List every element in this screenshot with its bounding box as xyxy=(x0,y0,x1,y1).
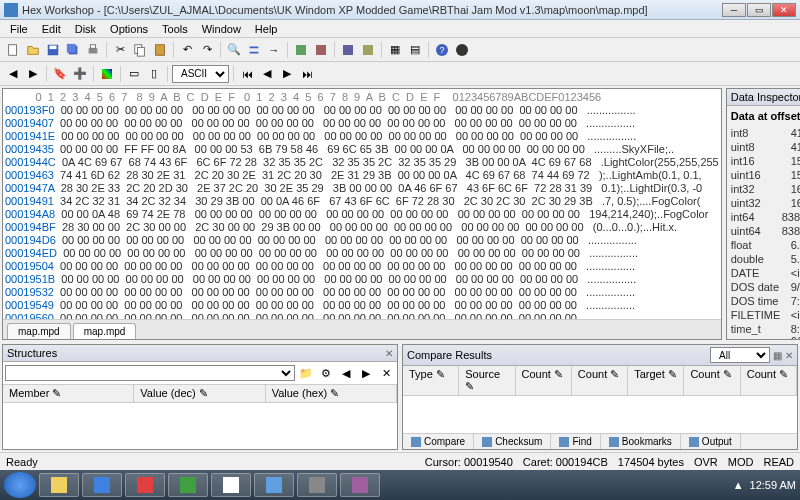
goto-icon[interactable]: → xyxy=(265,41,283,59)
hex-row[interactable]: 000194D6 00 00 00 00 00 00 00 00 00 00 0… xyxy=(5,234,719,247)
hex-row[interactable]: 00019549 00 00 00 00 00 00 00 00 00 00 0… xyxy=(5,299,719,312)
result-tab-bookmarks[interactable]: Bookmarks xyxy=(601,434,681,449)
hex-row[interactable]: 00019435 00 00 00 00 FF FF 00 8A 00 00 0… xyxy=(5,143,719,156)
compare-opt-icon[interactable]: ▦ xyxy=(773,350,782,361)
new-file-icon[interactable] xyxy=(4,41,22,59)
replace-icon[interactable] xyxy=(245,41,263,59)
encoding-dropdown[interactable]: ASCII xyxy=(172,65,229,83)
last-icon[interactable]: ⏭ xyxy=(298,65,316,83)
inspector-row[interactable]: int1615145 xyxy=(731,154,800,168)
inspector-row[interactable]: int32168639273 xyxy=(731,182,800,196)
struct-del-icon[interactable]: ✕ xyxy=(377,364,395,382)
result-tab-compare[interactable]: Compare xyxy=(403,434,474,449)
hex-row[interactable]: 0001951B 00 00 00 00 00 00 00 00 00 00 0… xyxy=(5,273,719,286)
taskbar-item[interactable] xyxy=(168,473,208,497)
hex-row[interactable]: 00019491 34 2C 32 31 34 2C 32 34 30 29 3… xyxy=(5,195,719,208)
compare-close-icon[interactable]: ✕ xyxy=(785,350,793,361)
hex-row[interactable]: 0001947A 28 30 2E 33 2C 20 2D 30 2E 37 2… xyxy=(5,182,719,195)
hex-row[interactable]: 0001944C 0A 4C 69 67 68 74 43 6F 6C 6F 7… xyxy=(5,156,719,169)
inspector-row[interactable]: DOS time7:25:18 AM xyxy=(731,294,800,308)
column-header[interactable]: Count ✎ xyxy=(572,366,628,395)
hex-row[interactable]: 00019504 00 00 00 00 00 00 00 00 00 00 0… xyxy=(5,260,719,273)
column-header[interactable]: Count ✎ xyxy=(516,366,572,395)
taskbar-item[interactable] xyxy=(125,473,165,497)
menu-disk[interactable]: Disk xyxy=(69,21,102,37)
struct-tool-icon[interactable]: ⚙ xyxy=(317,364,335,382)
inspector-row[interactable]: int648388319495960098... xyxy=(731,210,800,224)
system-tray[interactable]: ▲ 12:59 AM xyxy=(733,479,796,491)
taskbar-item[interactable] xyxy=(254,473,294,497)
struct-nav1-icon[interactable]: ◀ xyxy=(337,364,355,382)
nav-icon-2[interactable]: ▶ xyxy=(24,65,42,83)
column-header[interactable]: Count ✎ xyxy=(684,366,740,395)
inspector-row[interactable]: float6.8000298e-033 xyxy=(731,238,800,252)
hex-row[interactable]: 000194ED 00 00 00 00 00 00 00 00 00 00 0… xyxy=(5,247,719,260)
prev-icon[interactable]: ◀ xyxy=(258,65,276,83)
open-file-icon[interactable] xyxy=(24,41,42,59)
tool-icon-3[interactable] xyxy=(339,41,357,59)
inspector-row[interactable]: uint648388319495960098... xyxy=(731,224,800,238)
next-icon[interactable]: ▶ xyxy=(278,65,296,83)
column-header[interactable]: Value (dec) ✎ xyxy=(134,385,265,402)
redo-icon[interactable]: ↷ xyxy=(198,41,216,59)
color-icon[interactable] xyxy=(98,65,116,83)
document-tab[interactable]: map.mpd xyxy=(73,323,137,339)
print-icon[interactable] xyxy=(84,41,102,59)
hex-row[interactable]: 00019463 74 41 6D 62 28 30 2E 31 2C 20 3… xyxy=(5,169,719,182)
hex-row[interactable]: 000194BF 28 30 00 00 2C 30 00 00 2C 30 0… xyxy=(5,221,719,234)
result-tab-output[interactable]: Output xyxy=(681,434,741,449)
struct-nav2-icon[interactable]: ▶ xyxy=(357,364,375,382)
inspector-row[interactable]: int841 xyxy=(731,126,800,140)
taskbar-item[interactable] xyxy=(340,473,380,497)
compare-body[interactable] xyxy=(403,396,797,433)
cut-icon[interactable]: ✂ xyxy=(111,41,129,59)
paste-icon[interactable] xyxy=(151,41,169,59)
column-header[interactable]: Target ✎ xyxy=(628,366,684,395)
tool-icon-4[interactable] xyxy=(359,41,377,59)
tool-icon-5[interactable]: ▦ xyxy=(386,41,404,59)
taskbar-item[interactable] xyxy=(82,473,122,497)
column-header[interactable]: Type ✎ xyxy=(403,366,459,395)
struct-open-icon[interactable]: 📁 xyxy=(297,364,315,382)
inspector-row[interactable]: FILETIME<invalid> xyxy=(731,308,800,322)
hex-row[interactable]: 000194A8 00 00 0A 48 69 74 2E 78 00 00 0… xyxy=(5,208,719,221)
tray-icon[interactable]: ▲ xyxy=(733,479,744,491)
structures-body[interactable] xyxy=(3,403,397,449)
maximize-button[interactable]: ▭ xyxy=(747,3,771,17)
hex-row[interactable]: 0001941E 00 00 00 00 00 00 00 00 00 00 0… xyxy=(5,130,719,143)
column-header[interactable]: Member ✎ xyxy=(3,385,134,402)
find-icon[interactable]: 🔍 xyxy=(225,41,243,59)
compare-filter[interactable]: All xyxy=(710,347,770,363)
undo-icon[interactable]: ↶ xyxy=(178,41,196,59)
hex-row[interactable]: 000193F0 00 00 00 00 00 00 00 00 00 00 0… xyxy=(5,104,719,117)
taskbar-item[interactable] xyxy=(211,473,251,497)
save-icon[interactable] xyxy=(44,41,62,59)
inspector-row[interactable]: time_t8:14:33 PM 6/5/1975 xyxy=(731,322,800,339)
column-header[interactable]: Count ✎ xyxy=(741,366,797,395)
hex-row[interactable]: 00019532 00 00 00 00 00 00 00 00 00 00 0… xyxy=(5,286,719,299)
view-icon-2[interactable]: ▯ xyxy=(145,65,163,83)
menu-window[interactable]: Window xyxy=(196,21,247,37)
save-all-icon[interactable] xyxy=(64,41,82,59)
document-tab[interactable]: map.mpd xyxy=(7,323,71,339)
column-header[interactable]: Value (hex) ✎ xyxy=(266,385,397,402)
inspector-row[interactable]: double5.7922185e+252 xyxy=(731,252,800,266)
bookmark-add-icon[interactable]: ➕ xyxy=(71,65,89,83)
menu-edit[interactable]: Edit xyxy=(36,21,67,37)
bookmark-icon[interactable]: 🔖 xyxy=(51,65,69,83)
result-tab-find[interactable]: Find xyxy=(551,434,600,449)
hex-row[interactable]: 00019560 00 00 00 00 00 00 00 00 00 00 0… xyxy=(5,312,719,319)
hex-row[interactable]: 00019407 00 00 00 00 00 00 00 00 00 00 0… xyxy=(5,117,719,130)
view-icon-1[interactable]: ▭ xyxy=(125,65,143,83)
start-button[interactable] xyxy=(4,472,36,498)
taskbar-item[interactable] xyxy=(297,473,337,497)
result-tab-checksum[interactable]: Checksum xyxy=(474,434,551,449)
column-header[interactable]: Source ✎ xyxy=(459,366,515,395)
menu-tools[interactable]: Tools xyxy=(156,21,194,37)
structures-close-icon[interactable]: ✕ xyxy=(385,348,393,359)
menu-options[interactable]: Options xyxy=(104,21,154,37)
first-icon[interactable]: ⏮ xyxy=(238,65,256,83)
copy-icon[interactable] xyxy=(131,41,149,59)
help-icon[interactable]: ? xyxy=(433,41,451,59)
structure-select[interactable] xyxy=(5,365,295,381)
